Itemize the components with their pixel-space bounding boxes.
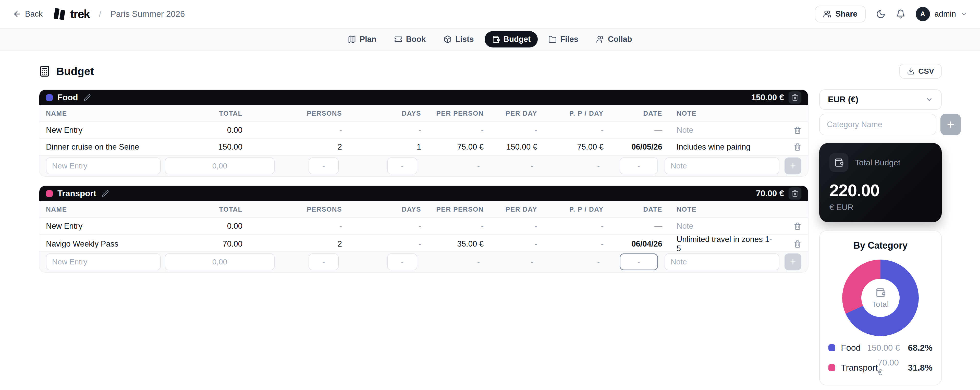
brand-name: trek: [70, 7, 89, 21]
entry-note[interactable]: Includes wine pairing: [662, 142, 773, 151]
entry-days[interactable]: -: [342, 126, 421, 135]
entry-note[interactable]: Unlimited travel in zones 1-5: [662, 235, 773, 253]
trash-icon: [794, 240, 801, 248]
edit-category-button[interactable]: [84, 94, 91, 101]
category-color-swatch: [46, 190, 53, 197]
entry-row[interactable]: New Entry 0.00 - - - - - — Note: [39, 218, 808, 235]
csv-export-button[interactable]: CSV: [899, 64, 942, 79]
back-button[interactable]: Back: [13, 10, 43, 19]
header-right: Share A admin: [815, 6, 967, 22]
legend-swatch: [829, 344, 835, 351]
tab-plan[interactable]: Plan: [341, 31, 383, 48]
entry-persons[interactable]: 2: [242, 142, 342, 151]
col-days: DAYS: [342, 110, 421, 118]
new-entry-persons-input[interactable]: [309, 253, 339, 270]
entry-days[interactable]: 1: [342, 142, 421, 151]
delete-entry-button[interactable]: [794, 126, 801, 134]
title-row: Budget CSV: [39, 64, 942, 79]
wallet-icon: [834, 158, 844, 167]
entry-pp-day: -: [537, 126, 604, 135]
brand-logo[interactable]: trek: [52, 6, 89, 22]
entry-total[interactable]: 150.00: [199, 142, 242, 151]
notifications-button[interactable]: [896, 9, 905, 19]
col-per-day: PER DAY: [484, 205, 537, 213]
entry-persons[interactable]: -: [242, 126, 342, 135]
breadcrumb-trip-name: Paris Summer 2026: [110, 9, 185, 19]
tab-files[interactable]: Files: [541, 31, 585, 48]
trek-logo-icon: [52, 6, 67, 22]
tab-budget[interactable]: Budget: [485, 31, 538, 48]
entry-row[interactable]: New Entry 0.00 - - - - - — Note: [39, 122, 808, 139]
category-section-food: Food 150.00 € NAME TOTAL PERSONS DAYS PE…: [39, 89, 808, 177]
entry-name[interactable]: New Entry: [46, 126, 199, 135]
user-menu[interactable]: A admin: [916, 7, 967, 21]
tab-lists[interactable]: Lists: [436, 31, 481, 48]
calc-per-person: -: [417, 258, 480, 266]
entry-persons[interactable]: 2: [242, 239, 342, 248]
entry-name[interactable]: Dinner cruise on the Seine: [46, 142, 199, 151]
entry-days[interactable]: -: [342, 239, 421, 248]
entry-persons[interactable]: -: [242, 221, 342, 231]
tab-book[interactable]: Book: [387, 31, 433, 48]
new-entry-total-input[interactable]: [165, 158, 275, 174]
delete-category-button[interactable]: [789, 187, 801, 200]
new-entry-note-input[interactable]: [665, 253, 780, 270]
delete-entry-button[interactable]: [794, 143, 801, 151]
currency-select[interactable]: EUR (€): [819, 89, 942, 110]
calc-pp-day: -: [533, 162, 600, 170]
entry-date[interactable]: —: [604, 126, 662, 135]
entry-note[interactable]: Note: [662, 221, 773, 231]
new-entry-persons-input[interactable]: [309, 158, 339, 174]
delete-entry-button[interactable]: [794, 240, 801, 248]
calc-per-day: -: [480, 162, 533, 170]
csv-label: CSV: [918, 67, 934, 76]
entry-per-person: -: [421, 126, 484, 135]
col-note: NOTE: [662, 110, 773, 118]
col-per-person: PER PERSON: [421, 205, 484, 213]
entry-total[interactable]: 0.00: [199, 221, 242, 231]
col-per-person: PER PERSON: [421, 110, 484, 118]
legend-row-food[interactable]: Food 150.00 € 68.2%: [829, 343, 932, 353]
entry-date[interactable]: 06/04/26: [604, 239, 662, 248]
new-entry-date-input[interactable]: [620, 253, 658, 270]
entry-name[interactable]: Navigo Weekly Pass: [46, 239, 199, 248]
legend-row-transport[interactable]: Transport 70.00 € 31.8%: [829, 358, 932, 377]
new-entry-name-input[interactable]: [46, 253, 161, 270]
legend-percent: 68.2%: [900, 343, 932, 353]
category-name-input[interactable]: [819, 114, 936, 135]
add-entry-button[interactable]: [784, 253, 801, 270]
new-entry-days-input[interactable]: [387, 253, 417, 270]
pencil-icon: [102, 190, 109, 197]
entry-days[interactable]: -: [342, 221, 421, 231]
entry-row[interactable]: Dinner cruise on the Seine 150.00 2 1 75…: [39, 139, 808, 156]
new-entry-total-input[interactable]: [165, 253, 275, 270]
total-budget-label: Total Budget: [855, 158, 900, 167]
dark-mode-toggle[interactable]: [876, 9, 886, 19]
entry-row[interactable]: Navigo Weekly Pass 70.00 2 - 35.00 € - -…: [39, 235, 808, 252]
col-per-day: PER DAY: [484, 110, 537, 118]
new-entry-name-input[interactable]: [46, 158, 161, 174]
add-category-button[interactable]: [940, 114, 961, 135]
entry-date[interactable]: 06/05/26: [604, 142, 662, 151]
entry-per-day: -: [484, 239, 537, 248]
column-header-row: NAME TOTAL PERSONS DAYS PER PERSON PER D…: [39, 201, 808, 218]
edit-category-button[interactable]: [102, 190, 109, 197]
new-entry-days-input[interactable]: [387, 158, 417, 174]
entry-note[interactable]: Note: [662, 126, 773, 135]
entry-name[interactable]: New Entry: [46, 221, 199, 231]
share-button[interactable]: Share: [815, 6, 865, 22]
delete-category-button[interactable]: [789, 91, 801, 103]
new-entry-date-input[interactable]: [620, 158, 658, 174]
page-title-label: Budget: [56, 65, 94, 78]
entry-date[interactable]: —: [604, 221, 662, 231]
tab-collab[interactable]: Collab: [589, 31, 639, 48]
trash-icon: [794, 126, 801, 134]
category-total: 70.00 €: [756, 189, 784, 198]
entry-total[interactable]: 70.00: [199, 239, 242, 248]
column-header-row: NAME TOTAL PERSONS DAYS PER PERSON PER D…: [39, 105, 808, 122]
add-entry-button[interactable]: [784, 158, 801, 174]
delete-entry-button[interactable]: [794, 222, 801, 230]
category-header: Transport 70.00 €: [39, 186, 808, 201]
new-entry-note-input[interactable]: [665, 158, 780, 174]
entry-total[interactable]: 0.00: [199, 126, 242, 135]
